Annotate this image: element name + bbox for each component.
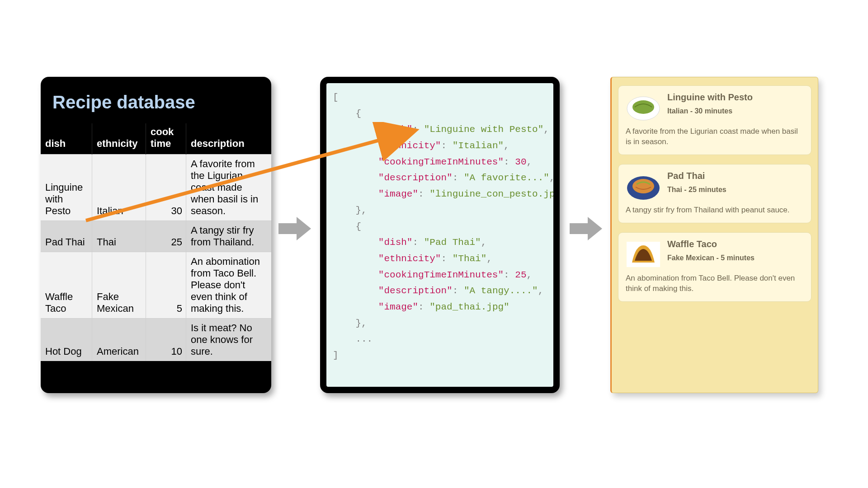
json-key: "ethnicity" [378,253,441,264]
json-key: "description" [378,173,453,183]
card-subtitle: Fake Mexican - 5 minutes [667,254,755,262]
table-row: Waffle Taco Fake Mexican 5 An abominatio… [41,252,271,319]
cell-desc: An abomination from Taco Bell. Please do… [186,252,272,319]
cell-time: 5 [146,252,186,319]
json-panel: [ { "dish": "Linguine with Pesto", "ethn… [320,77,560,393]
json-value: "pad_thai.jpg" [429,302,509,312]
cell-ethnicity: American [92,319,146,361]
json-value: "A favorite..." [464,173,549,183]
cell-time: 25 [146,221,186,252]
card-subtitle: Thai - 25 minutes [667,186,726,194]
json-line: }, [333,205,367,216]
json-value: 25 [515,270,526,280]
cell-dish: Pad Thai [41,221,92,252]
json-key: "image" [378,189,418,199]
json-line: { [333,108,361,119]
card-title: Waffle Taco [667,239,755,249]
recipe-card: Pad Thai Thai - 25 minutes A tangy stir … [618,164,811,223]
recipe-card: Linguine with Pesto Italian - 30 minutes… [618,85,811,155]
json-value: "Thai" [453,253,487,264]
cell-dish: Hot Dog [41,319,92,361]
table-row: Hot Dog American 10 Is it meat? No one k… [41,319,271,361]
cell-dish: Waffle Taco [41,252,92,319]
json-value: "A tangy...." [464,286,538,296]
json-value: "Linguine with Pesto" [424,124,544,135]
json-line: ... [333,334,373,344]
json-value: 30 [515,157,526,167]
dish-image-icon [626,92,661,122]
database-panel: Recipe database dish ethnicity cook time… [41,77,271,393]
cell-time: 10 [146,319,186,361]
arrow-right-icon [278,217,311,240]
json-value: "Pad Thai" [424,237,481,248]
database-title: Recipe database [41,77,271,123]
json-value: "Italian" [453,141,504,151]
json-key: "dish" [378,124,413,135]
json-key: "cookingTimeInMinutes" [378,270,504,280]
card-title: Linguine with Pesto [667,92,753,103]
json-key: "image" [378,302,418,312]
recipe-table: dish ethnicity cook time description Lin… [41,123,271,361]
card-description: A tangy stir fry from Thailand with pean… [626,205,804,216]
card-description: An abomination from Taco Bell. Please do… [626,273,804,294]
json-value: "linguine_con_pesto.jpg" [429,189,560,199]
cards-panel: Linguine with Pesto Italian - 30 minutes… [610,77,818,393]
json-key: "cookingTimeInMinutes" [378,157,504,167]
arrow-right-icon [570,217,602,240]
cell-ethnicity: Fake Mexican [92,252,146,319]
col-header-dish: dish [41,123,92,155]
dish-image-icon [626,171,661,201]
card-subtitle: Italian - 30 minutes [667,107,753,115]
svg-point-3 [632,179,654,193]
cell-ethnicity: Italian [92,155,146,221]
cell-desc: A tangy stir fry from Thailand. [186,221,272,252]
cell-desc: Is it meat? No one knows for sure. [186,319,272,361]
json-key: "dish" [378,237,413,248]
table-row: Pad Thai Thai 25 A tangy stir fry from T… [41,221,271,252]
card-description: A favorite from the Ligurian coast made … [626,127,804,147]
json-key: "ethnicity" [378,141,441,151]
recipe-card: Waffle Taco Fake Mexican - 5 minutes An … [618,232,811,302]
json-line: [ [333,92,339,103]
cell-ethnicity: Thai [92,221,146,252]
json-line: { [333,221,361,232]
card-title: Pad Thai [667,171,726,181]
cell-time: 30 [146,155,186,221]
cell-dish: Linguine with Pesto [41,155,92,221]
cell-desc: A favorite from the Ligurian coast made … [186,155,272,221]
col-header-ethnicity: ethnicity [92,123,146,155]
svg-point-1 [632,100,654,114]
col-header-description: description [186,123,272,155]
col-header-cooktime: cook time [146,123,186,155]
dish-image-icon [626,239,661,269]
json-line: ] [333,350,339,361]
table-row: Linguine with Pesto Italian 30 A favorit… [41,155,271,221]
json-key: "description" [378,286,453,296]
json-line: }, [333,318,367,328]
